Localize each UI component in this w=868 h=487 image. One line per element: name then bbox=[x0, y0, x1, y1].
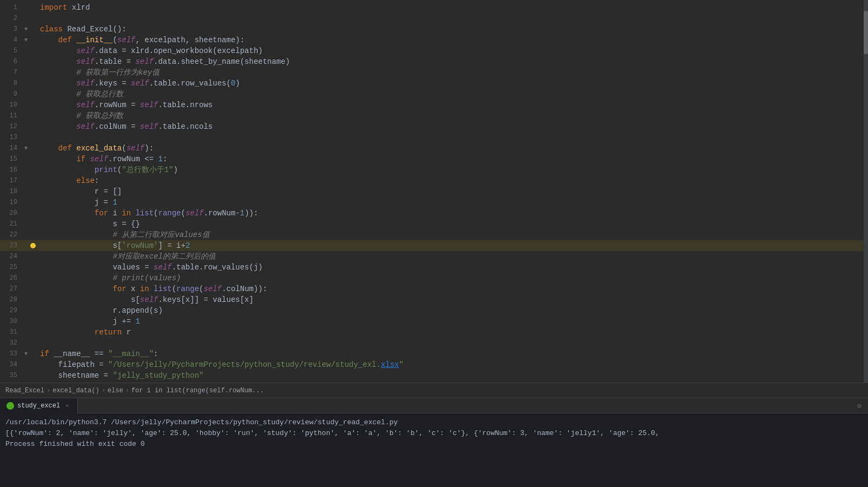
settings-icon[interactable]: ⚙ bbox=[855, 402, 864, 410]
line-number-11: 11 bbox=[0, 112, 22, 120]
code-line-15: 15 if self.rowNum <= 1: bbox=[0, 154, 868, 164]
line-number-34: 34 bbox=[0, 361, 22, 368]
code-line-25: 25 values = self.table.row_values(j) bbox=[0, 262, 868, 273]
editor-area: 1import xlrd23▼class Read_Excel():4▼ def… bbox=[0, 0, 868, 398]
line-content-7: # 获取第一行作为key值 bbox=[38, 68, 857, 77]
scrollbar-vertical[interactable] bbox=[864, 0, 868, 383]
line-number-7: 7 bbox=[0, 69, 22, 76]
line-content-14: def excel_data(self): bbox=[38, 144, 857, 153]
line-number-33: 33 bbox=[0, 350, 22, 358]
line-number-28: 28 bbox=[0, 296, 22, 304]
terminal-output-line2: Process finished with exit code 0 bbox=[5, 438, 863, 449]
code-line-17: 17 else: bbox=[0, 175, 868, 186]
line-number-19: 19 bbox=[0, 199, 22, 206]
code-line-12: 12 self.colNum = self.table.ncols bbox=[0, 121, 868, 132]
line-number-22: 22 bbox=[0, 231, 22, 239]
code-line-11: 11 # 获取总列数 bbox=[0, 110, 868, 121]
line-content-4: def __init__(self, excelpath, sheetname)… bbox=[38, 36, 857, 44]
code-line-9: 9 # 获取总行数 bbox=[0, 89, 868, 100]
line-number-25: 25 bbox=[0, 264, 22, 271]
line-content-11: # 获取总列数 bbox=[38, 111, 857, 121]
line-content-30: j += 1 bbox=[38, 317, 857, 326]
fold-indicator-33[interactable]: ▼ bbox=[22, 351, 30, 357]
line-content-16: print("总行数小于1") bbox=[38, 165, 857, 175]
line-number-5: 5 bbox=[0, 47, 22, 55]
breadcrumb-sep-1: › bbox=[47, 387, 50, 394]
line-number-30: 30 bbox=[0, 318, 22, 325]
line-content-9: # 获取总行数 bbox=[38, 89, 857, 99]
line-number-1: 1 bbox=[0, 4, 22, 11]
fold-indicator-3[interactable]: ▼ bbox=[22, 26, 30, 32]
line-number-14: 14 bbox=[0, 144, 22, 152]
line-content-8: self.keys = self.table.row_values(0) bbox=[38, 79, 857, 88]
code-line-31: 31 return r bbox=[0, 327, 868, 338]
code-line-35: 35 sheetname = "jelly_study_python" bbox=[0, 370, 868, 381]
line-content-29: r.append(s) bbox=[38, 306, 857, 315]
code-line-23: 23 s['rowNum'] = i+2 bbox=[0, 240, 868, 251]
breadcrumb-bar: Read_Excel › excel_data() › else › for i… bbox=[0, 383, 868, 398]
code-line-6: 6 self.table = self.data.sheet_by_name(s… bbox=[0, 56, 868, 67]
terminal-tabs: study_excel ✕ ⚙ bbox=[0, 398, 868, 413]
terminal-command-line: /usr/local/bin/python3.7 /Users/jelly/Py… bbox=[5, 417, 863, 427]
code-line-7: 7 # 获取第一行作为key值 bbox=[0, 67, 868, 78]
line-number-17: 17 bbox=[0, 177, 22, 185]
line-number-18: 18 bbox=[0, 188, 22, 195]
line-number-13: 13 bbox=[0, 134, 22, 141]
terminal-tab-study-excel[interactable]: study_excel ✕ bbox=[0, 398, 78, 413]
code-line-19: 19 j = 1 bbox=[0, 197, 868, 208]
line-content-22: # 从第二行取对应values值 bbox=[38, 230, 857, 240]
code-line-8: 8 self.keys = self.table.row_values(0) bbox=[0, 78, 868, 89]
line-content-10: self.rowNum = self.table.nrows bbox=[38, 101, 857, 109]
breadcrumb-sep-2: › bbox=[102, 387, 105, 394]
line-content-34: filepath = "/Users/jelly/PycharmProjects… bbox=[38, 360, 857, 369]
line-content-31: return r bbox=[38, 328, 857, 337]
line-content-28: s[self.keys[x]] = values[x] bbox=[38, 295, 857, 304]
code-line-26: 26 # print(values) bbox=[0, 273, 868, 284]
line-number-3: 3 bbox=[0, 25, 22, 33]
line-content-17: else: bbox=[38, 176, 857, 185]
breadcrumb-item-1[interactable]: Read_Excel bbox=[5, 387, 44, 394]
line-number-15: 15 bbox=[0, 155, 22, 163]
code-line-10: 10 self.rowNum = self.table.nrows bbox=[0, 100, 868, 110]
line-content-19: j = 1 bbox=[38, 198, 857, 207]
fold-indicator-14[interactable]: ▼ bbox=[22, 145, 30, 152]
line-content-5: self.data = xlrd.open_workbook(excelpath… bbox=[38, 47, 857, 55]
line-content-27: for x in list(range(self.colNum)): bbox=[38, 285, 857, 293]
line-number-10: 10 bbox=[0, 101, 22, 109]
line-number-26: 26 bbox=[0, 274, 22, 282]
fold-indicator-4[interactable]: ▼ bbox=[22, 37, 30, 43]
line-content-6: self.table = self.data.sheet_by_name(she… bbox=[38, 57, 857, 66]
terminal-output-text1: [{'rowNum': 2, 'name': 'jelly', 'age': 2… bbox=[5, 429, 659, 437]
code-line-3: 3▼class Read_Excel(): bbox=[0, 24, 868, 35]
code-container[interactable]: 1import xlrd23▼class Read_Excel():4▼ def… bbox=[0, 0, 868, 383]
line-content-35: sheetname = "jelly_study_python" bbox=[38, 371, 857, 380]
scrollbar-thumb[interactable] bbox=[864, 11, 868, 54]
tab-close-button[interactable]: ✕ bbox=[63, 402, 71, 410]
line-content-25: values = self.table.row_values(j) bbox=[38, 263, 857, 272]
warning-dot-23 bbox=[30, 243, 36, 248]
code-line-13: 13 bbox=[0, 132, 868, 143]
line-content-23: s['rowNum'] = i+2 bbox=[38, 241, 857, 250]
line-content-21: s = {} bbox=[38, 220, 857, 228]
code-line-2: 2 bbox=[0, 13, 868, 24]
line-number-32: 32 bbox=[0, 339, 22, 347]
code-line-24: 24 #对应取excel的第二列后的值 bbox=[0, 251, 868, 262]
line-number-29: 29 bbox=[0, 307, 22, 314]
line-content-18: r = [] bbox=[38, 187, 857, 196]
terminal-command-text: /usr/local/bin/python3.7 /Users/jelly/Py… bbox=[5, 418, 398, 426]
code-line-36: 36 data = Read_Excel(filepath, sheetname… bbox=[0, 381, 868, 383]
terminal-toolbar: ⚙ bbox=[855, 402, 868, 410]
line-number-4: 4 bbox=[0, 36, 22, 44]
code-line-27: 27 for x in list(range(self.colNum)): bbox=[0, 284, 868, 294]
code-line-29: 29 r.append(s) bbox=[0, 305, 868, 316]
line-content-26: # print(values) bbox=[38, 274, 857, 282]
breadcrumb-item-2[interactable]: excel_data() bbox=[52, 387, 99, 394]
code-line-33: 33▼if __name__ == "__main__": bbox=[0, 348, 868, 359]
line-number-35: 35 bbox=[0, 372, 22, 379]
breadcrumb-item-3[interactable]: else bbox=[108, 387, 123, 394]
terminal-content: /usr/local/bin/python3.7 /Users/jelly/Py… bbox=[0, 413, 868, 487]
line-content-15: if self.rowNum <= 1: bbox=[38, 155, 857, 163]
line-number-23: 23 bbox=[0, 242, 22, 249]
code-line-16: 16 print("总行数小于1") bbox=[0, 164, 868, 175]
breadcrumb-item-4[interactable]: for i in list(range(self.rowNum... bbox=[131, 387, 264, 394]
